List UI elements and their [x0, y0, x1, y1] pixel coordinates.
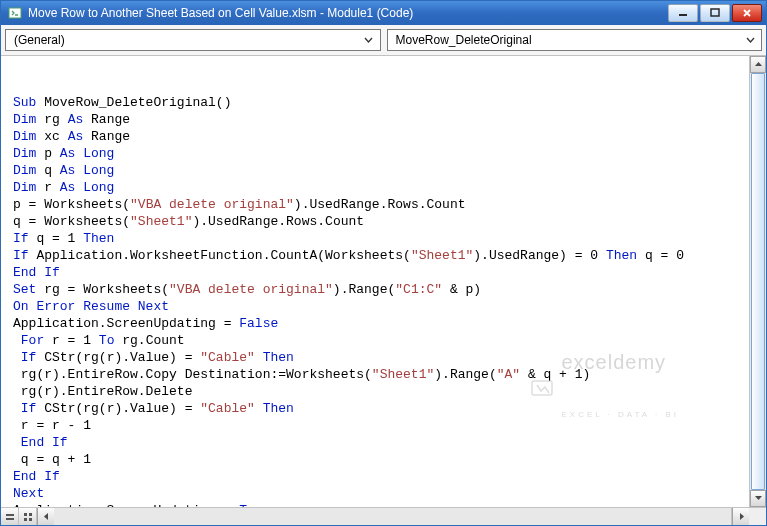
code-line: p = Worksheets("VBA delete original").Us… [13, 196, 749, 213]
scroll-left-arrow[interactable] [37, 508, 54, 525]
view-full-module-button[interactable] [19, 508, 37, 525]
object-dropdown[interactable]: (General) [5, 29, 381, 51]
code-line: End If [13, 434, 749, 451]
module-icon [7, 5, 23, 21]
svg-rect-5 [6, 518, 14, 520]
code-line: Dim q As Long [13, 162, 749, 179]
code-line: If Application.WorksheetFunction.CountA(… [13, 247, 749, 264]
code-editor[interactable]: Sub MoveRow_DeleteOriginal()Dim rg As Ra… [1, 56, 749, 507]
code-line: For r = 1 To rg.Count [13, 332, 749, 349]
code-line: If CStr(rg(r).Value) = "Cable" Then [13, 400, 749, 417]
procedure-dropdown-value: MoveRow_DeleteOriginal [396, 33, 532, 47]
code-area-wrapper: Sub MoveRow_DeleteOriginal()Dim rg As Ra… [1, 56, 766, 507]
code-line: Sub MoveRow_DeleteOriginal() [13, 94, 749, 111]
code-line: rg(r).EntireRow.Copy Destination:=Worksh… [13, 366, 749, 383]
scroll-up-arrow[interactable] [750, 56, 766, 73]
code-line: If q = 1 Then [13, 230, 749, 247]
svg-rect-8 [24, 518, 27, 521]
bottom-bar [1, 507, 766, 525]
svg-rect-0 [9, 8, 21, 18]
code-window: Move Row to Another Sheet Based on Cell … [0, 0, 767, 526]
svg-rect-9 [29, 518, 32, 521]
window-title: Move Row to Another Sheet Based on Cell … [28, 6, 668, 20]
dropdown-row: (General) MoveRow_DeleteOriginal [1, 25, 766, 56]
chevron-down-icon [743, 36, 757, 45]
vertical-scrollbar[interactable] [749, 56, 766, 507]
code-line: rg(r).EntireRow.Delete [13, 383, 749, 400]
window-buttons [668, 4, 762, 22]
code-line: q = Worksheets("Sheet1").UsedRange.Rows.… [13, 213, 749, 230]
code-line: If CStr(rg(r).Value) = "Cable" Then [13, 349, 749, 366]
code-line: r = r - 1 [13, 417, 749, 434]
object-dropdown-value: (General) [14, 33, 65, 47]
svg-rect-6 [24, 513, 27, 516]
code-line: Application.ScreenUpdating = False [13, 315, 749, 332]
scroll-thumb[interactable] [751, 73, 765, 490]
code-line: Dim rg As Range [13, 111, 749, 128]
scroll-corner [749, 508, 766, 525]
code-line: Set rg = Worksheets("VBA delete original… [13, 281, 749, 298]
minimize-button[interactable] [668, 4, 698, 22]
close-button[interactable] [732, 4, 762, 22]
scroll-track[interactable] [750, 73, 766, 490]
scroll-down-arrow[interactable] [750, 490, 766, 507]
scroll-right-arrow[interactable] [732, 508, 749, 525]
code-line: End If [13, 264, 749, 281]
code-line: On Error Resume Next [13, 298, 749, 315]
view-procedure-button[interactable] [1, 508, 19, 525]
horizontal-scroll-track[interactable] [54, 508, 732, 525]
code-line: Application.ScreenUpdating = True [13, 502, 749, 507]
code-line: Dim p As Long [13, 145, 749, 162]
code-line: q = q + 1 [13, 451, 749, 468]
code-line: Dim r As Long [13, 179, 749, 196]
code-line: End If [13, 468, 749, 485]
svg-rect-7 [29, 513, 32, 516]
procedure-dropdown[interactable]: MoveRow_DeleteOriginal [387, 29, 763, 51]
chevron-down-icon [362, 36, 376, 45]
svg-rect-2 [711, 9, 719, 16]
maximize-button[interactable] [700, 4, 730, 22]
code-line: Dim xc As Range [13, 128, 749, 145]
svg-rect-4 [6, 514, 14, 516]
code-line: Next [13, 485, 749, 502]
titlebar[interactable]: Move Row to Another Sheet Based on Cell … [1, 1, 766, 25]
